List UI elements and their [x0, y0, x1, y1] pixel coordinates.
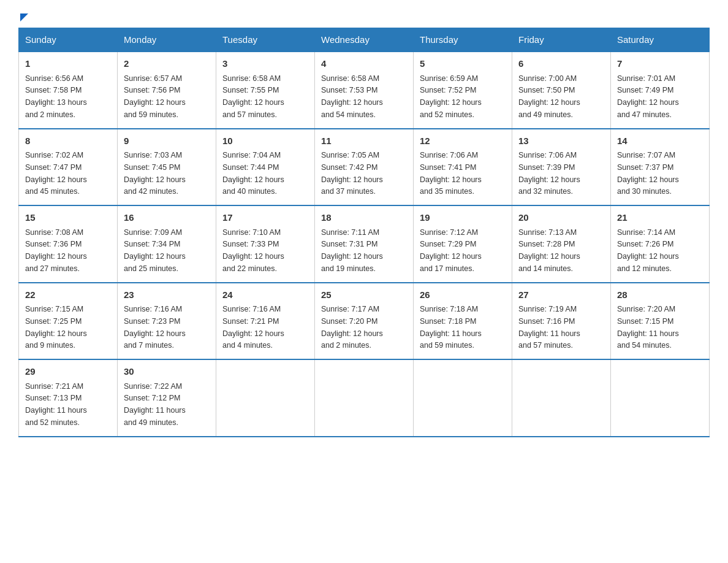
calendar-cell [512, 359, 611, 437]
calendar-cell: 16Sunrise: 7:09 AMSunset: 7:34 PMDayligh… [118, 205, 216, 283]
calendar-cell: 9Sunrise: 7:03 AMSunset: 7:45 PMDaylight… [118, 129, 216, 206]
day-sunrise: Sunrise: 6:59 AMSunset: 7:52 PMDaylight:… [420, 74, 482, 119]
calendar-cell: 28Sunrise: 7:20 AMSunset: 7:15 PMDayligh… [611, 283, 710, 360]
calendar-cell: 8Sunrise: 7:02 AMSunset: 7:47 PMDaylight… [19, 129, 118, 206]
calendar-cell: 13Sunrise: 7:06 AMSunset: 7:39 PMDayligh… [512, 129, 611, 206]
calendar-cell: 20Sunrise: 7:13 AMSunset: 7:28 PMDayligh… [512, 205, 611, 283]
day-sunrise: Sunrise: 7:01 AMSunset: 7:49 PMDaylight:… [617, 74, 679, 119]
calendar-cell: 29Sunrise: 7:21 AMSunset: 7:13 PMDayligh… [19, 359, 118, 437]
day-sunrise: Sunrise: 7:06 AMSunset: 7:41 PMDaylight:… [420, 151, 482, 196]
day-number: 25 [321, 288, 407, 302]
week-row-4: 22Sunrise: 7:15 AMSunset: 7:25 PMDayligh… [19, 283, 710, 360]
day-number: 24 [222, 288, 308, 302]
calendar-cell: 3Sunrise: 6:58 AMSunset: 7:55 PMDaylight… [216, 52, 315, 129]
day-sunrise: Sunrise: 7:04 AMSunset: 7:44 PMDaylight:… [222, 151, 284, 196]
day-number: 28 [617, 288, 703, 302]
day-number: 12 [420, 134, 506, 148]
day-number: 27 [518, 288, 604, 302]
weekday-header-thursday: Thursday [414, 28, 512, 52]
calendar-table: SundayMondayTuesdayWednesdayThursdayFrid… [18, 28, 710, 437]
day-sunrise: Sunrise: 7:05 AMSunset: 7:42 PMDaylight:… [321, 151, 383, 196]
day-number: 2 [124, 57, 210, 71]
weekday-header-row: SundayMondayTuesdayWednesdayThursdayFrid… [19, 28, 710, 52]
calendar-cell: 7Sunrise: 7:01 AMSunset: 7:49 PMDaylight… [611, 52, 710, 129]
day-number: 13 [518, 134, 604, 148]
calendar-cell: 15Sunrise: 7:08 AMSunset: 7:36 PMDayligh… [19, 205, 118, 283]
week-row-3: 15Sunrise: 7:08 AMSunset: 7:36 PMDayligh… [19, 205, 710, 283]
day-number: 16 [124, 211, 210, 225]
day-sunrise: Sunrise: 7:17 AMSunset: 7:20 PMDaylight:… [321, 305, 383, 350]
day-sunrise: Sunrise: 7:12 AMSunset: 7:29 PMDaylight:… [420, 228, 482, 273]
weekday-header-friday: Friday [512, 28, 611, 52]
week-row-2: 8Sunrise: 7:02 AMSunset: 7:47 PMDaylight… [19, 129, 710, 206]
day-number: 20 [518, 211, 604, 225]
calendar-cell: 21Sunrise: 7:14 AMSunset: 7:26 PMDayligh… [611, 205, 710, 283]
calendar-cell: 17Sunrise: 7:10 AMSunset: 7:33 PMDayligh… [216, 205, 315, 283]
calendar-cell: 18Sunrise: 7:11 AMSunset: 7:31 PMDayligh… [315, 205, 414, 283]
day-number: 7 [617, 57, 703, 71]
day-number: 30 [124, 365, 210, 379]
day-sunrise: Sunrise: 7:08 AMSunset: 7:36 PMDaylight:… [25, 228, 87, 273]
day-sunrise: Sunrise: 7:13 AMSunset: 7:28 PMDaylight:… [518, 228, 580, 273]
day-sunrise: Sunrise: 7:10 AMSunset: 7:33 PMDaylight:… [222, 228, 284, 273]
calendar-cell: 12Sunrise: 7:06 AMSunset: 7:41 PMDayligh… [414, 129, 512, 206]
calendar-cell: 2Sunrise: 6:57 AMSunset: 7:56 PMDaylight… [118, 52, 216, 129]
calendar-cell: 27Sunrise: 7:19 AMSunset: 7:16 PMDayligh… [512, 283, 611, 360]
day-sunrise: Sunrise: 6:58 AMSunset: 7:53 PMDaylight:… [321, 74, 383, 119]
calendar-cell: 14Sunrise: 7:07 AMSunset: 7:37 PMDayligh… [611, 129, 710, 206]
day-number: 1 [25, 57, 111, 71]
day-number: 9 [124, 134, 210, 148]
day-number: 26 [420, 288, 506, 302]
day-sunrise: Sunrise: 7:18 AMSunset: 7:18 PMDaylight:… [420, 305, 482, 350]
day-number: 3 [222, 57, 308, 71]
day-number: 6 [518, 57, 604, 71]
calendar-cell: 24Sunrise: 7:16 AMSunset: 7:21 PMDayligh… [216, 283, 315, 360]
weekday-header-saturday: Saturday [611, 28, 710, 52]
day-number: 23 [124, 288, 210, 302]
calendar-cell: 22Sunrise: 7:15 AMSunset: 7:25 PMDayligh… [19, 283, 118, 360]
day-sunrise: Sunrise: 7:20 AMSunset: 7:15 PMDaylight:… [617, 305, 679, 350]
day-sunrise: Sunrise: 7:22 AMSunset: 7:12 PMDaylight:… [124, 382, 186, 427]
calendar-cell: 30Sunrise: 7:22 AMSunset: 7:12 PMDayligh… [118, 359, 216, 437]
day-sunrise: Sunrise: 6:57 AMSunset: 7:56 PMDaylight:… [124, 74, 186, 119]
calendar-cell: 10Sunrise: 7:04 AMSunset: 7:44 PMDayligh… [216, 129, 315, 206]
day-sunrise: Sunrise: 6:56 AMSunset: 7:58 PMDaylight:… [25, 74, 87, 119]
day-number: 18 [321, 211, 407, 225]
day-sunrise: Sunrise: 7:06 AMSunset: 7:39 PMDaylight:… [518, 151, 580, 196]
day-sunrise: Sunrise: 7:14 AMSunset: 7:26 PMDaylight:… [617, 228, 679, 273]
day-number: 14 [617, 134, 703, 148]
day-number: 10 [222, 134, 308, 148]
calendar-cell: 11Sunrise: 7:05 AMSunset: 7:42 PMDayligh… [315, 129, 414, 206]
calendar-cell: 19Sunrise: 7:12 AMSunset: 7:29 PMDayligh… [414, 205, 512, 283]
day-number: 22 [25, 288, 111, 302]
page-header [18, 12, 710, 17]
week-row-1: 1Sunrise: 6:56 AMSunset: 7:58 PMDaylight… [19, 52, 710, 129]
day-number: 29 [25, 365, 111, 379]
calendar-cell: 6Sunrise: 7:00 AMSunset: 7:50 PMDaylight… [512, 52, 611, 129]
calendar-cell: 1Sunrise: 6:56 AMSunset: 7:58 PMDaylight… [19, 52, 118, 129]
day-number: 19 [420, 211, 506, 225]
day-number: 11 [321, 134, 407, 148]
day-number: 21 [617, 211, 703, 225]
day-number: 15 [25, 211, 111, 225]
day-sunrise: Sunrise: 7:11 AMSunset: 7:31 PMDaylight:… [321, 228, 383, 273]
week-row-5: 29Sunrise: 7:21 AMSunset: 7:13 PMDayligh… [19, 359, 710, 437]
logo [18, 12, 28, 17]
weekday-header-monday: Monday [118, 28, 216, 52]
day-sunrise: Sunrise: 7:07 AMSunset: 7:37 PMDaylight:… [617, 151, 679, 196]
calendar-cell: 4Sunrise: 6:58 AMSunset: 7:53 PMDaylight… [315, 52, 414, 129]
calendar-cell: 5Sunrise: 6:59 AMSunset: 7:52 PMDaylight… [414, 52, 512, 129]
calendar-cell [216, 359, 315, 437]
day-sunrise: Sunrise: 7:19 AMSunset: 7:16 PMDaylight:… [518, 305, 580, 350]
calendar-cell: 23Sunrise: 7:16 AMSunset: 7:23 PMDayligh… [118, 283, 216, 360]
calendar-cell: 25Sunrise: 7:17 AMSunset: 7:20 PMDayligh… [315, 283, 414, 360]
calendar-cell: 26Sunrise: 7:18 AMSunset: 7:18 PMDayligh… [414, 283, 512, 360]
day-sunrise: Sunrise: 7:15 AMSunset: 7:25 PMDaylight:… [25, 305, 87, 350]
day-number: 5 [420, 57, 506, 71]
day-sunrise: Sunrise: 7:00 AMSunset: 7:50 PMDaylight:… [518, 74, 580, 119]
day-sunrise: Sunrise: 7:16 AMSunset: 7:21 PMDaylight:… [222, 305, 284, 350]
day-sunrise: Sunrise: 7:03 AMSunset: 7:45 PMDaylight:… [124, 151, 186, 196]
day-number: 4 [321, 57, 407, 71]
day-sunrise: Sunrise: 7:21 AMSunset: 7:13 PMDaylight:… [25, 382, 87, 427]
day-sunrise: Sunrise: 7:09 AMSunset: 7:34 PMDaylight:… [124, 228, 186, 273]
